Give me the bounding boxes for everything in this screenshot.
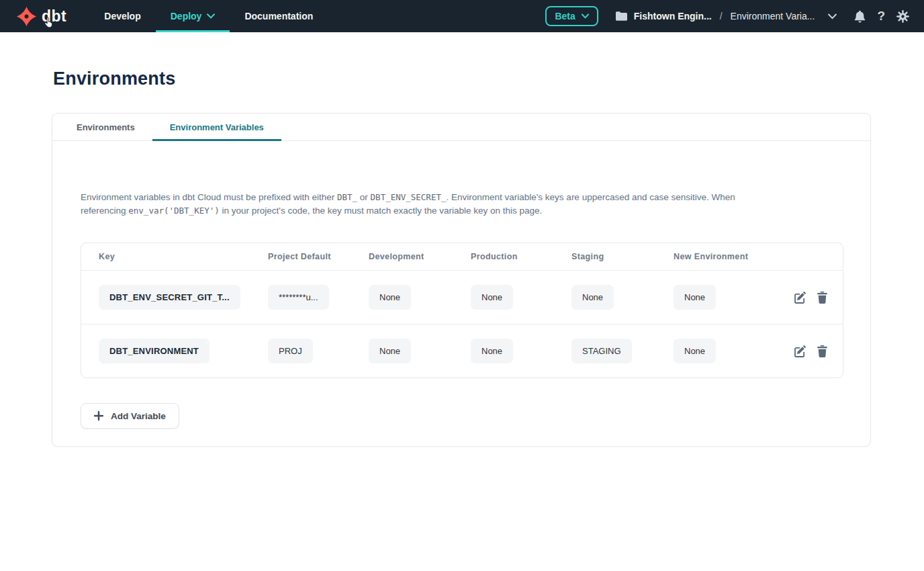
environments-card: Environments Environment Variables Envir… [52, 113, 871, 447]
navbar-icon-cluster: ? [854, 9, 909, 24]
gear-icon[interactable] [896, 10, 909, 23]
new-environment-value: None [674, 339, 716, 363]
table-row: DBT_ENVIRONMENT PROJ None None STAGING N… [81, 324, 843, 378]
variable-key: DBT_ENV_SECRET_GIT_T... [99, 285, 240, 310]
code-env-var: env_var('DBT_KEY') [128, 206, 219, 216]
bell-icon[interactable] [854, 10, 866, 23]
edit-icon[interactable] [793, 345, 806, 358]
code-dbt-env-secret-prefix: DBT_ENV_SECRET_ [371, 192, 447, 202]
production-value: None [471, 339, 513, 363]
tab-bar: Environments Environment Variables [52, 114, 870, 141]
tab-environments[interactable]: Environments [59, 114, 152, 141]
column-header-key: Key [99, 252, 268, 261]
staging-value: None [571, 285, 614, 310]
production-value: None [471, 285, 513, 310]
column-header-staging: Staging [571, 252, 674, 261]
plus-icon [94, 411, 103, 421]
code-dbt-prefix: DBT_ [337, 192, 357, 202]
nav-item-develop[interactable]: Develop [89, 0, 155, 32]
top-navbar: dbt Develop Deploy Documentation Beta [0, 0, 924, 32]
page-title: Environments [53, 69, 924, 89]
nav-item-deploy[interactable]: Deploy [156, 0, 230, 32]
description-text: Environment variables in dbt Cloud must … [81, 191, 783, 218]
new-environment-value: None [674, 285, 716, 310]
mouse-cursor-icon [44, 17, 53, 31]
dbt-logo-icon [16, 6, 37, 27]
development-value: None [369, 339, 411, 363]
staging-value: STAGING [571, 339, 632, 363]
project-default-value: ********u... [268, 285, 329, 310]
project-default-value: PROJ [268, 339, 313, 363]
help-icon[interactable]: ? [877, 9, 885, 24]
environment-variables-table: Key Project Default Development Producti… [81, 243, 843, 378]
edit-icon[interactable] [793, 291, 806, 304]
trash-icon[interactable] [817, 345, 828, 358]
breadcrumb-separator: / [720, 11, 723, 21]
primary-nav: Develop Deploy Documentation [89, 0, 328, 32]
chevron-down-icon [582, 13, 589, 19]
chevron-down-icon [207, 13, 215, 19]
chevron-down-icon[interactable] [828, 13, 837, 19]
folder-icon [616, 11, 627, 21]
development-value: None [369, 285, 411, 310]
column-header-new-environment: New Environment [674, 252, 777, 261]
breadcrumb[interactable]: Fishtown Engin... / Environment Varia... [616, 11, 837, 21]
column-header-project-default: Project Default [268, 252, 369, 261]
table-row: DBT_ENV_SECRET_GIT_T... ********u... Non… [81, 270, 843, 324]
navbar-right: Beta Fishtown Engin... / Environment Var… [545, 0, 924, 32]
nav-item-documentation[interactable]: Documentation [230, 0, 328, 32]
tab-environment-variables[interactable]: Environment Variables [152, 114, 281, 141]
breadcrumb-page: Environment Varia... [731, 11, 815, 21]
table-header-row: Key Project Default Development Producti… [81, 243, 843, 270]
add-variable-button[interactable]: Add Variable [81, 403, 179, 429]
trash-icon[interactable] [817, 291, 828, 304]
dbt-logo[interactable]: dbt [0, 0, 79, 32]
breadcrumb-project: Fishtown Engin... [634, 11, 712, 21]
beta-dropdown[interactable]: Beta [545, 6, 598, 26]
variable-key: DBT_ENVIRONMENT [99, 339, 210, 363]
column-header-development: Development [369, 252, 471, 261]
column-header-production: Production [471, 252, 571, 261]
